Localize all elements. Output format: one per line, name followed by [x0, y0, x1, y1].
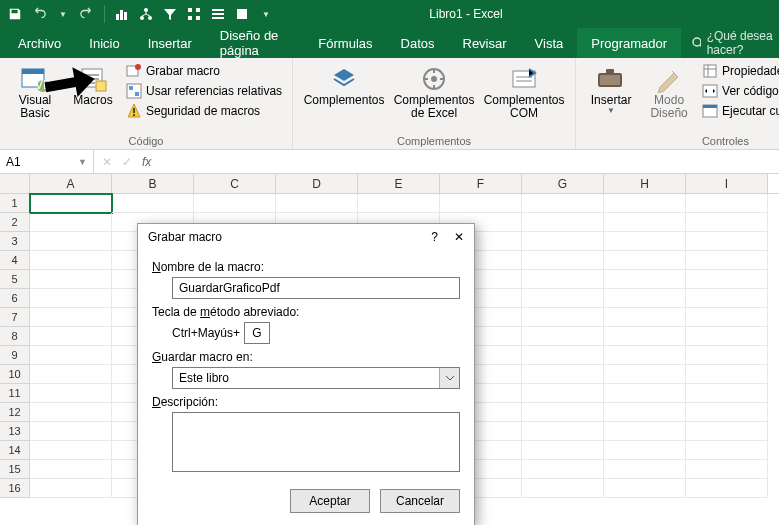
cell[interactable] — [440, 194, 522, 213]
row-header[interactable]: 8 — [0, 327, 30, 346]
row-header[interactable]: 3 — [0, 232, 30, 251]
cell[interactable] — [686, 365, 768, 384]
cell[interactable] — [686, 232, 768, 251]
referencias-relativas-button[interactable]: Usar referencias relativas — [124, 82, 284, 100]
formula-bar[interactable]: ✕ ✓ fx — [94, 155, 151, 169]
tell-me-search[interactable]: ¿Qué desea hacer? — [691, 28, 779, 58]
cell[interactable] — [522, 327, 604, 346]
row-header[interactable]: 14 — [0, 441, 30, 460]
cell[interactable] — [604, 441, 686, 460]
cell[interactable] — [30, 422, 112, 441]
cell[interactable] — [30, 327, 112, 346]
cell[interactable] — [686, 213, 768, 232]
row-header[interactable]: 10 — [0, 365, 30, 384]
cell[interactable] — [522, 460, 604, 479]
col-header[interactable]: H — [604, 174, 686, 193]
cell[interactable] — [522, 251, 604, 270]
complementos-com-button[interactable]: Complementos COM — [481, 60, 567, 120]
row-header[interactable]: 6 — [0, 289, 30, 308]
row-header[interactable]: 7 — [0, 308, 30, 327]
select-all-corner[interactable] — [0, 174, 30, 193]
cell[interactable] — [604, 346, 686, 365]
tab-formulas[interactable]: Fórmulas — [304, 28, 386, 58]
cell[interactable] — [686, 460, 768, 479]
cell[interactable] — [604, 251, 686, 270]
col-header[interactable]: I — [686, 174, 768, 193]
complementos-button[interactable]: Complementos — [301, 60, 387, 120]
cell[interactable] — [30, 403, 112, 422]
tab-insertar[interactable]: Insertar — [134, 28, 206, 58]
qat-filter-icon[interactable] — [159, 3, 181, 25]
cell[interactable] — [686, 194, 768, 213]
cell[interactable] — [686, 384, 768, 403]
cell[interactable] — [522, 270, 604, 289]
modo-diseno-button[interactable]: Modo Diseño — [642, 60, 696, 120]
cell[interactable] — [686, 289, 768, 308]
store-select[interactable]: Este libro — [172, 367, 460, 389]
cell[interactable] — [30, 213, 112, 232]
col-header[interactable]: G — [522, 174, 604, 193]
cell[interactable] — [522, 194, 604, 213]
cell[interactable] — [604, 479, 686, 498]
cell[interactable] — [522, 422, 604, 441]
cell[interactable] — [604, 289, 686, 308]
seguridad-macros-button[interactable]: Seguridad de macros — [124, 102, 284, 120]
tab-inicio[interactable]: Inicio — [75, 28, 133, 58]
col-header[interactable]: E — [358, 174, 440, 193]
row-header[interactable]: 5 — [0, 270, 30, 289]
row-header[interactable]: 12 — [0, 403, 30, 422]
cell[interactable] — [30, 460, 112, 479]
save-button[interactable] — [4, 3, 26, 25]
cell[interactable] — [30, 270, 112, 289]
cell[interactable] — [686, 422, 768, 441]
cell[interactable] — [30, 251, 112, 270]
cell[interactable] — [604, 460, 686, 479]
cell[interactable] — [686, 327, 768, 346]
cell[interactable] — [686, 251, 768, 270]
col-header[interactable]: A — [30, 174, 112, 193]
insertar-control-button[interactable]: Insertar ▼ — [584, 60, 638, 120]
cell[interactable] — [604, 384, 686, 403]
ok-button[interactable]: Aceptar — [290, 489, 370, 513]
cell[interactable] — [522, 346, 604, 365]
row-header[interactable]: 15 — [0, 460, 30, 479]
name-box[interactable]: A1 ▼ — [0, 150, 94, 173]
cell[interactable] — [604, 365, 686, 384]
cell[interactable] — [276, 194, 358, 213]
cell[interactable] — [604, 422, 686, 441]
cell[interactable] — [30, 441, 112, 460]
cell[interactable] — [604, 213, 686, 232]
cell[interactable] — [686, 403, 768, 422]
cell[interactable] — [522, 213, 604, 232]
qat-chart-icon[interactable] — [111, 3, 133, 25]
shortcut-key-input[interactable] — [244, 322, 270, 344]
tab-diseno-pagina[interactable]: Diseño de página — [206, 28, 305, 58]
ejecutar-dialogo-button[interactable]: Ejecutar cuadro de diálogo — [700, 102, 779, 120]
cell[interactable] — [30, 308, 112, 327]
undo-more-button[interactable]: ▼ — [52, 3, 74, 25]
macro-name-input[interactable] — [172, 277, 460, 299]
tab-vista[interactable]: Vista — [521, 28, 578, 58]
row-header[interactable]: 2 — [0, 213, 30, 232]
tab-programador[interactable]: Programador — [577, 28, 681, 58]
cell[interactable] — [686, 479, 768, 498]
complementos-excel-button[interactable]: Complementos de Excel — [391, 60, 477, 120]
cell[interactable] — [30, 289, 112, 308]
cell[interactable] — [686, 441, 768, 460]
cell[interactable] — [30, 194, 112, 213]
row-header[interactable]: 9 — [0, 346, 30, 365]
redo-button[interactable] — [76, 3, 98, 25]
undo-button[interactable] — [28, 3, 50, 25]
cell[interactable] — [30, 479, 112, 498]
cell[interactable] — [686, 346, 768, 365]
row-header[interactable]: 1 — [0, 194, 30, 213]
qat-hierarchy-icon[interactable] — [135, 3, 157, 25]
cell[interactable] — [30, 346, 112, 365]
cell[interactable] — [522, 403, 604, 422]
col-header[interactable]: C — [194, 174, 276, 193]
qat-list-icon[interactable] — [207, 3, 229, 25]
cell[interactable] — [604, 308, 686, 327]
qat-color-icon[interactable] — [231, 3, 253, 25]
cell[interactable] — [522, 479, 604, 498]
tab-file[interactable]: Archivo — [4, 28, 75, 58]
